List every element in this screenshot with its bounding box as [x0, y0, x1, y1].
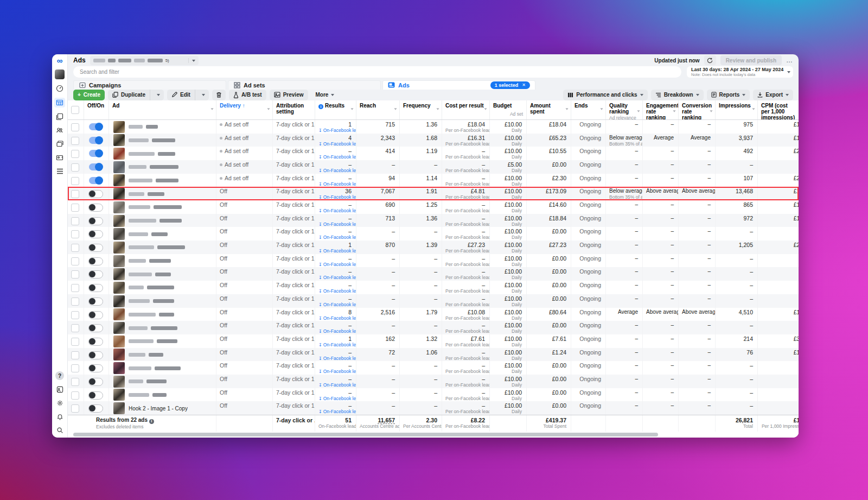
- ab-test-button[interactable]: A/B test: [229, 90, 266, 100]
- table-row[interactable]: Hook 2 - Image 1 - CopyOff7-day click or…: [68, 401, 799, 415]
- on-facebook-leads-link[interactable]: ↧On-Facebook lead: [318, 168, 352, 174]
- scrollbar-thumb[interactable]: [73, 433, 658, 436]
- on-facebook-leads-link[interactable]: ↧On-Facebook lead: [318, 288, 352, 294]
- table-row[interactable]: Off7-day click or 1...–↧On-Facebook lead…: [68, 254, 799, 268]
- on-facebook-leads-link[interactable]: ↧On-Facebook lead: [318, 275, 352, 281]
- header-impressions[interactable]: Impressions: [716, 100, 758, 119]
- on-facebook-leads-link[interactable]: ↧On-Facebook lead: [318, 396, 352, 402]
- meta-logo-icon[interactable]: ∞: [57, 57, 63, 65]
- audiences-icon[interactable]: [55, 126, 64, 135]
- header-engagement-ranking[interactable]: Engagement rate rankingAd relevance ...: [643, 100, 679, 119]
- ad-toggle[interactable]: [84, 160, 109, 174]
- row-checkbox[interactable]: [68, 361, 84, 375]
- more-options-icon[interactable]: …: [786, 56, 793, 64]
- table-row[interactable]: Off7-day click or 1...–↧On-Facebook lead…: [68, 214, 799, 227]
- ad-toggle[interactable]: [84, 120, 109, 134]
- ad-name-cell[interactable]: [109, 294, 216, 308]
- ads-manager-gauge-icon[interactable]: [55, 84, 64, 93]
- row-checkbox[interactable]: [68, 147, 84, 160]
- account-avatar[interactable]: [55, 69, 65, 79]
- refresh-icon[interactable]: [704, 55, 716, 65]
- row-checkbox[interactable]: [68, 308, 84, 321]
- table-row[interactable]: Off7-day click or 1...8↧On-Facebook lead…: [68, 308, 799, 321]
- ad-name-cell[interactable]: [109, 388, 216, 402]
- row-checkbox[interactable]: [68, 187, 84, 200]
- table-row[interactable]: Ad set off7-day click or 1...1↧On-Facebo…: [68, 120, 799, 134]
- tab-campaigns[interactable]: Campaigns: [73, 80, 226, 90]
- on-facebook-leads-link[interactable]: ↧On-Facebook leads: [318, 141, 352, 147]
- row-checkbox[interactable]: [68, 214, 84, 227]
- on-facebook-leads-link[interactable]: ↧On-Facebook lead: [318, 369, 352, 375]
- ad-name-cell[interactable]: [109, 120, 216, 134]
- row-checkbox[interactable]: [68, 294, 84, 308]
- help-icon[interactable]: ?: [55, 371, 64, 380]
- on-facebook-leads-link[interactable]: ↧On-Facebook lead: [318, 328, 352, 334]
- ad-toggle[interactable]: [84, 375, 109, 388]
- table-row[interactable]: Off7-day click or 1...–↧On-Facebook lead…: [68, 281, 799, 294]
- row-checkbox[interactable]: [68, 160, 84, 174]
- ad-name-cell[interactable]: [109, 334, 216, 348]
- campaigns-table-icon[interactable]: [54, 98, 65, 107]
- ad-name-cell[interactable]: [109, 361, 216, 375]
- ad-name-cell[interactable]: [109, 227, 216, 240]
- table-row[interactable]: Off7-day click or 1...–↧On-Facebook lead…: [68, 375, 799, 388]
- edit-dropdown[interactable]: [198, 90, 209, 100]
- ad-toggle[interactable]: [84, 267, 109, 281]
- table-row[interactable]: Off7-day click or 1...–↧On-Facebook lead…: [68, 267, 799, 281]
- ad-name-cell[interactable]: [109, 160, 216, 174]
- ads-reporting-icon[interactable]: [55, 112, 64, 121]
- ad-toggle[interactable]: [84, 281, 109, 294]
- ad-name-cell[interactable]: [109, 281, 216, 294]
- on-facebook-leads-link[interactable]: ↧On-Facebook lead: [318, 248, 352, 254]
- tab-ads[interactable]: Ads 1 selected ✕: [382, 80, 535, 90]
- footer-reach[interactable]: 11,657Accounts Centre acco...: [356, 415, 400, 432]
- search-rail-icon[interactable]: [55, 426, 64, 434]
- all-tools-menu-icon[interactable]: [55, 167, 64, 175]
- reports-button[interactable]: Reports: [707, 90, 750, 100]
- ad-toggle[interactable]: [84, 227, 109, 240]
- on-facebook-leads-link[interactable]: ↧On-Facebook lead: [318, 262, 352, 268]
- duplicate-dropdown[interactable]: [153, 90, 164, 100]
- header-cost-per-result[interactable]: Cost per result: [442, 100, 490, 119]
- on-facebook-leads-link[interactable]: ↧On-Facebook lead: [318, 221, 352, 227]
- table-row[interactable]: Off7-day click or 1...–↧On-Facebook lead…: [68, 294, 799, 308]
- header-attribution[interactable]: Attribution setting: [273, 100, 315, 119]
- ad-name-cell[interactable]: [109, 200, 216, 214]
- row-checkbox[interactable]: [68, 334, 84, 348]
- close-icon[interactable]: ✕: [522, 83, 526, 87]
- ad-name-cell[interactable]: [109, 308, 216, 321]
- on-facebook-leads-link[interactable]: ↧On-Facebook lead: [318, 409, 352, 415]
- ad-name-cell[interactable]: [109, 267, 216, 281]
- on-facebook-leads-link[interactable]: ↧On-Facebook lead: [318, 302, 352, 308]
- table-row[interactable]: Off7-day click or 1...–↧On-Facebook lead…: [68, 321, 799, 334]
- ad-toggle[interactable]: [84, 361, 109, 375]
- row-checkbox[interactable]: [68, 375, 84, 388]
- more-button[interactable]: More: [311, 90, 339, 100]
- table-row[interactable]: Off7-day click or 1...–↧On-Facebook lead…: [68, 348, 799, 362]
- ad-name-cell[interactable]: [109, 187, 216, 200]
- on-facebook-leads-link[interactable]: ↧On-Facebook lead: [318, 208, 352, 214]
- header-ends[interactable]: Ends: [571, 100, 606, 119]
- on-facebook-leads-link[interactable]: ↧On-Facebook lead: [318, 181, 352, 187]
- select-all-checkbox[interactable]: [68, 100, 84, 119]
- row-checkbox[interactable]: [68, 267, 84, 281]
- columns-button[interactable]: Performance and clicks: [563, 90, 647, 100]
- ad-name-cell[interactable]: [109, 214, 216, 227]
- ad-name-cell[interactable]: Hook 2 - Image 1 - Copy: [109, 401, 216, 415]
- ad-toggle[interactable]: [84, 321, 109, 334]
- search-input[interactable]: [73, 66, 681, 78]
- ad-toggle[interactable]: [84, 200, 109, 214]
- notifications-bell-icon[interactable]: [55, 412, 64, 421]
- export-button[interactable]: Export: [753, 90, 793, 100]
- on-facebook-leads-link[interactable]: ↧On-Facebook lead: [318, 154, 352, 160]
- ad-name-cell[interactable]: [109, 321, 216, 334]
- on-facebook-leads-link[interactable]: ↧On-Facebook leads: [318, 315, 352, 321]
- delete-button[interactable]: [212, 90, 226, 100]
- header-amount-spent[interactable]: Amount spent: [527, 100, 571, 119]
- ad-toggle[interactable]: [84, 401, 109, 415]
- table-row[interactable]: Off7-day click or 1...1↧On-Facebook lead…: [68, 334, 799, 348]
- table-row[interactable]: Off7-day click or 1...–↧On-Facebook lead…: [68, 388, 799, 402]
- row-checkbox[interactable]: [68, 240, 84, 254]
- ad-toggle[interactable]: [84, 147, 109, 160]
- on-facebook-leads-link[interactable]: ↧On-Facebook lead: [318, 356, 352, 362]
